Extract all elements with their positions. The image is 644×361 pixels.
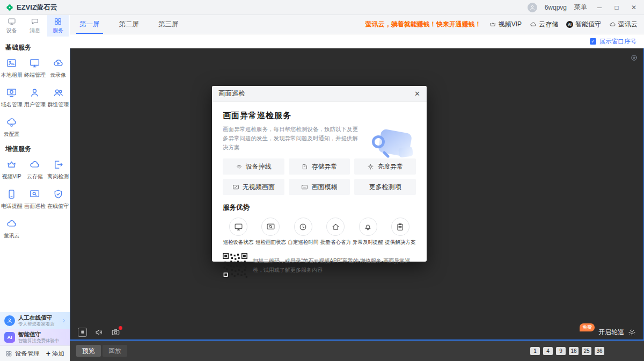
layout-1-button[interactable]: 1 xyxy=(530,347,540,355)
bell-icon xyxy=(363,222,372,232)
screen-search-icon xyxy=(266,222,275,232)
sidebar-item-phone-remind[interactable]: 电话提醒 xyxy=(0,189,23,210)
tab-screen-3[interactable]: 第三屏 xyxy=(149,15,188,34)
nav-label: 服务 xyxy=(53,27,63,34)
advantages-row: 巡检设备状态 巡检画面状态 自定巡检时间 批量省心省力 异常及时提醒 提供解决方… xyxy=(223,218,416,246)
chevron-right-icon xyxy=(61,318,67,323)
layout-4-button[interactable]: 4 xyxy=(543,347,553,355)
ezviz-logo-icon xyxy=(5,3,14,12)
layout-9-button[interactable]: 9 xyxy=(556,347,566,355)
patrol-icon xyxy=(29,189,40,200)
user-avatar[interactable] xyxy=(528,3,537,12)
sidebar-item-leave-detect[interactable]: 离岗检测 xyxy=(47,159,70,180)
app-logo: EZVIZ萤石云 xyxy=(5,3,57,12)
sidebar-item-domain-mgmt[interactable]: 域名管理 xyxy=(0,87,23,109)
device-icon xyxy=(8,17,16,26)
promo-manual-duty[interactable]: 人工在线值守 专人帮您看家看店 xyxy=(0,312,70,329)
quick-ezviz-cloud[interactable]: 萤讯云 xyxy=(609,20,638,29)
patrol-float-icon[interactable] xyxy=(630,54,638,62)
dialog-description: 画面异常巡检服务，每日帮您检测设备，预防以下及更多异常问题的发生，发现异常问题及… xyxy=(223,125,360,151)
basic-services-grid: 本地相册 终端管理 云录像 域名管理 用户管理 群组管理 云配置 xyxy=(0,57,70,138)
nav-item-service[interactable]: 服务 xyxy=(47,15,69,37)
check-storage-error[interactable]: 存储异常 xyxy=(289,158,350,175)
stop-button[interactable] xyxy=(78,328,87,337)
sidebar-item-user-mgmt[interactable]: 用户管理 xyxy=(23,87,46,109)
sidebar-item-cloud-record[interactable]: 云录像 xyxy=(47,57,70,79)
home-icon xyxy=(331,222,340,232)
screen-patrol-dialog: 画面巡检 ✕ 画面异常巡检服务 画面异常巡检服务，每日帮您检测设备，预防以下及更… xyxy=(212,86,427,262)
bottom-bar: 预览 回放 1 4 9 16 25 36 xyxy=(70,341,644,361)
show-window-number-checkbox[interactable] xyxy=(590,38,596,45)
promo-subtitle: 专人帮您看家看店 xyxy=(18,321,55,327)
service-icon xyxy=(54,17,62,26)
gear-icon[interactable] xyxy=(628,328,636,336)
screen-tabbar: 第一屏 第二屏 第三屏 萤讯云，躺着就能赚钱！快来开通赚钱！ 视频VIP 云存储… xyxy=(70,15,644,34)
agent-avatar-icon xyxy=(4,315,15,326)
titlebar: EZVIZ萤石云 6wqpvg 菜单 ─ □ ✕ xyxy=(0,0,644,15)
quick-cloud-storage[interactable]: 云存储 xyxy=(530,20,558,29)
qr-code xyxy=(223,253,247,278)
layout-36-button[interactable]: 36 xyxy=(595,347,604,355)
sidebar-item-cloud-storage[interactable]: 云存储 xyxy=(23,159,46,180)
clipboard-icon xyxy=(396,222,405,232)
adv-solution: 提供解决方案 xyxy=(385,218,416,246)
sidebar-item-ezviz-cloud[interactable]: 萤讯云 xyxy=(0,218,23,240)
sidebar-item-screen-patrol[interactable]: 画面巡检 xyxy=(23,189,46,210)
ai-icon: AI xyxy=(4,332,15,343)
qr-section: 扫描二维码，或登录“萤石云视频APP”至我的-增值服务-画面异常巡检，试用或了解… xyxy=(223,253,416,278)
quick-video-vip[interactable]: 视频VIP xyxy=(489,20,522,29)
snapshot-button[interactable] xyxy=(111,328,120,337)
sidebar: 设备 消息 服务 基础服务 本地相册 终端管理 云录像 域名管理 用户管理 xyxy=(0,15,70,361)
check-device-offline[interactable]: 设备掉线 xyxy=(223,158,284,175)
tab-screen-1[interactable]: 第一屏 xyxy=(70,15,109,34)
nav-item-message[interactable]: 消息 xyxy=(24,15,46,37)
promo-ai-duty[interactable]: AI 智能值守 智能算法免费体验中 xyxy=(0,329,70,345)
check-more-items[interactable]: 更多检测项 xyxy=(354,179,416,195)
layout-25-button[interactable]: 25 xyxy=(582,347,591,355)
username-label[interactable]: 6wqpvg xyxy=(545,4,567,11)
value-services-title: 增值服务 xyxy=(0,138,70,159)
sidebar-item-local-album[interactable]: 本地相册 xyxy=(0,57,23,79)
check-blurry[interactable]: 画面模糊 xyxy=(289,179,350,195)
sidebar-item-cloud-config[interactable]: 云配置 xyxy=(0,117,23,138)
cloud-icon xyxy=(530,21,537,28)
sidebar-item-terminal-mgmt[interactable]: 终端管理 xyxy=(23,57,46,79)
promo-banner-text[interactable]: 萤讯云，躺着就能赚钱！快来开通赚钱！ xyxy=(365,20,481,29)
magnifier-illustration xyxy=(361,129,421,164)
minimize-button[interactable]: ─ xyxy=(595,4,604,11)
check-no-video[interactable]: 无视频画面 xyxy=(223,179,284,195)
quick-ai-duty[interactable]: AI 智能值守 xyxy=(566,20,601,29)
tab-screen-2[interactable]: 第二屏 xyxy=(109,15,149,34)
qr-instructions: 扫描二维码，或登录“萤石云视频APP”至我的-增值服务-画面异常巡检，试用或了解… xyxy=(253,256,416,275)
speaker-icon[interactable] xyxy=(94,328,104,337)
layout-16-button[interactable]: 16 xyxy=(569,347,579,355)
nav-item-device[interactable]: 设备 xyxy=(1,15,23,37)
dialog-close-button[interactable]: ✕ xyxy=(414,90,420,98)
maximize-button[interactable]: □ xyxy=(612,4,621,11)
primary-nav: 设备 消息 服务 xyxy=(0,15,70,37)
view-options-bar: 展示窗口序号 xyxy=(70,34,644,48)
close-button[interactable]: ✕ xyxy=(629,4,639,11)
adv-batch: 批量省心省力 xyxy=(320,218,351,246)
leave-icon xyxy=(53,159,64,170)
add-device-button[interactable]: + 添加 xyxy=(46,349,64,358)
playback-tab[interactable]: 回放 xyxy=(103,345,127,357)
blur-icon xyxy=(301,184,308,191)
tour-badge: 免费 xyxy=(580,323,595,331)
preview-tab[interactable]: 预览 xyxy=(76,345,101,357)
device-grid-icon xyxy=(5,350,12,357)
menu-button[interactable]: 菜单 xyxy=(574,3,587,12)
nav-label: 设备 xyxy=(6,27,17,34)
sidebar-item-video-vip[interactable]: 视频VIP xyxy=(0,159,23,180)
sidebar-item-group-mgmt[interactable]: 群组管理 xyxy=(47,87,70,109)
plus-icon: + xyxy=(46,349,50,358)
dialog-heading: 画面异常巡检服务 xyxy=(223,111,416,121)
promo-title: 人工在线值守 xyxy=(18,314,55,321)
cloud-icon xyxy=(29,159,40,170)
user-icon xyxy=(529,4,536,11)
ai-icon: AI xyxy=(566,21,573,28)
sidebar-item-online-duty[interactable]: 在线值守 xyxy=(47,189,70,210)
start-tour-button[interactable]: 开启轮巡 xyxy=(598,328,624,337)
no-video-icon xyxy=(232,184,239,191)
device-mgmt-button[interactable]: 设备管理 xyxy=(15,350,40,358)
